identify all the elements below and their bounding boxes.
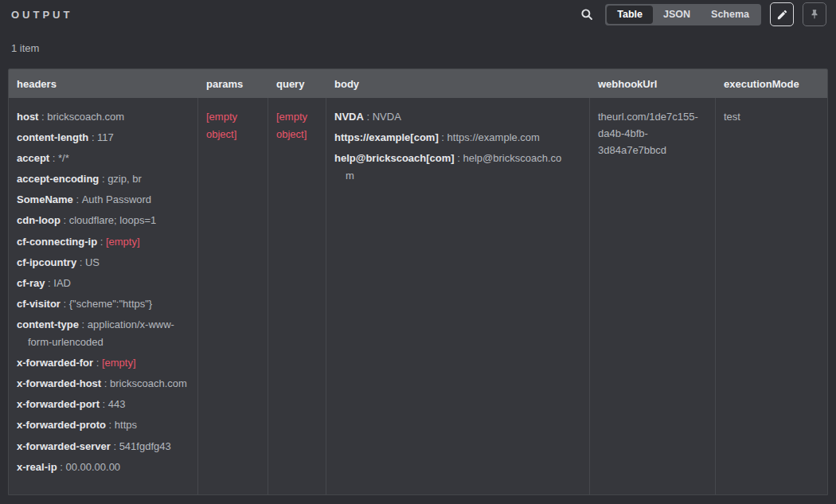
key-value-pair: accept : */* (17, 150, 189, 167)
key-value-pair: accept-encoding : gzip, br (17, 170, 189, 188)
pair-separator: : (73, 193, 82, 205)
panel-title: OUTPUT (11, 9, 72, 21)
pair-separator: : (57, 461, 66, 473)
column-header-webhookUrl: webhookUrl (590, 69, 716, 98)
pair-separator: : (100, 398, 108, 410)
pair-key: x-forwarded-port (17, 398, 100, 410)
empty-object-value: [empty object] (206, 108, 260, 143)
pair-value: [empty] (102, 357, 136, 369)
key-value-pair: help@brickscoach[com] : help@brickscoach… (334, 150, 567, 185)
column-header-query: query (268, 69, 326, 98)
pair-key: cf-ipcountry (17, 256, 76, 268)
pair-value: {"scheme":"https"} (69, 298, 152, 310)
column-header-body: body (326, 69, 590, 98)
pair-key: NVDA (334, 111, 364, 123)
pin-data-button[interactable] (803, 2, 826, 26)
pair-value: 541fgdfg43 (119, 440, 171, 452)
pair-separator: : (88, 131, 97, 143)
key-value-pair: cf-ray : IAD (17, 275, 189, 292)
pair-value: cloudflare; loops=1 (69, 214, 157, 226)
tab-schema[interactable]: Schema (701, 6, 760, 24)
pair-key: content-type (17, 318, 79, 330)
pair-separator: : (106, 419, 115, 431)
pair-key: cf-visitor (17, 298, 61, 310)
cell-executionMode: test (716, 98, 827, 494)
key-value-pair: host : brickscoach.com (17, 108, 189, 126)
pair-value: https://example.com (447, 131, 540, 143)
table-header-row: headers params query body webhookUrl exe… (9, 69, 827, 98)
pair-value: US (85, 256, 100, 268)
pair-key: https://example[com] (334, 131, 439, 143)
cell-webhookUrl: theurl.com/1de7c155-da4b-4bfb-3d84a7e7bb… (590, 98, 716, 494)
search-icon (580, 7, 594, 21)
key-value-pair: cf-ipcountry : US (17, 254, 189, 272)
empty-object-value: [empty object] (276, 108, 318, 143)
pair-value: */* (58, 152, 69, 164)
column-header-executionMode: executionMode (716, 69, 827, 98)
column-header-headers: headers (9, 69, 198, 98)
pair-value: [empty] (106, 236, 140, 248)
pair-separator: : (99, 173, 107, 185)
pair-separator: : (97, 236, 106, 248)
pair-key: cf-ray (17, 277, 45, 289)
key-value-pair: https://example[com] : https://example.c… (334, 129, 567, 147)
pair-separator: : (49, 152, 58, 164)
key-value-pair: x-forwarded-proto : https (17, 416, 189, 434)
edit-output-button[interactable] (770, 2, 794, 26)
items-count: 1 item (11, 41, 836, 57)
pair-value: NVDA (373, 111, 401, 123)
pair-key: x-forwarded-for (17, 357, 93, 369)
cell-body: NVDA : NVDAhttps://example[com] : https:… (326, 98, 590, 494)
output-panel-topbar: OUTPUT Table JSON Schema (0, 0, 836, 29)
pair-key: x-forwarded-server (17, 440, 111, 452)
pair-key: x-forwarded-proto (17, 419, 106, 431)
tab-json[interactable]: JSON (653, 6, 701, 24)
cell-query: [empty object] (268, 98, 326, 494)
key-value-pair: cf-connecting-ip : [empty] (17, 233, 189, 251)
pair-value: https (115, 419, 137, 431)
pair-key: x-real-ip (17, 461, 57, 473)
key-value-pair: x-forwarded-host : brickscoach.com (17, 375, 189, 393)
key-value-pair: SomeName : Auth Password (17, 191, 189, 209)
pair-separator: : (93, 357, 102, 369)
pair-value: 117 (97, 131, 114, 143)
pair-separator: : (439, 131, 447, 143)
tab-table[interactable]: Table (607, 6, 653, 24)
pair-key: cf-connecting-ip (17, 236, 97, 248)
key-value-pair: content-type : application/x-www-form-ur… (17, 316, 189, 351)
key-value-pair: cf-visitor : {"scheme":"https"} (17, 295, 189, 313)
pair-key: content-length (17, 131, 88, 143)
pair-key: accept (17, 152, 49, 164)
column-header-params: params (198, 69, 268, 98)
pair-separator: : (61, 298, 69, 310)
pair-key: cdn-loop (17, 214, 61, 226)
output-table: headers params query body webhookUrl exe… (8, 68, 828, 495)
key-value-pair: x-forwarded-server : 541fgdfg43 (17, 438, 189, 455)
key-value-pair: x-forwarded-for : [empty] (17, 354, 189, 372)
table-row: host : brickscoach.comcontent-length : 1… (9, 98, 827, 494)
pair-value: brickscoach.com (110, 377, 187, 389)
cell-headers: host : brickscoach.comcontent-length : 1… (9, 98, 198, 494)
pair-value: brickscoach.com (47, 111, 124, 123)
pair-separator: : (111, 440, 119, 452)
pair-separator: : (61, 214, 69, 226)
cell-params: [empty object] (198, 98, 268, 494)
pair-value: Auth Password (82, 193, 151, 205)
key-value-pair: cdn-loop : cloudflare; loops=1 (17, 212, 189, 229)
pair-key: accept-encoding (17, 173, 99, 185)
pair-value: 00.00.00.00 (65, 461, 120, 473)
pair-separator: : (76, 256, 85, 268)
webhook-url-value: theurl.com/1de7c155-da4b-4bfb-3d84a7e7bb… (598, 108, 707, 158)
pair-separator: : (79, 318, 88, 330)
pair-value: 443 (108, 398, 126, 410)
view-mode-switcher: Table JSON Schema (605, 4, 761, 25)
pair-value: IAD (53, 277, 71, 289)
pair-separator: : (101, 377, 110, 389)
key-value-pair: x-real-ip : 00.00.00.00 (17, 459, 189, 476)
pair-key: x-forwarded-host (17, 377, 101, 389)
execution-mode-value: test (724, 108, 819, 126)
pair-separator: : (45, 277, 53, 289)
pair-separator: : (38, 111, 47, 123)
topbar-controls: Table JSON Schema (577, 2, 826, 26)
search-button[interactable] (577, 5, 596, 24)
